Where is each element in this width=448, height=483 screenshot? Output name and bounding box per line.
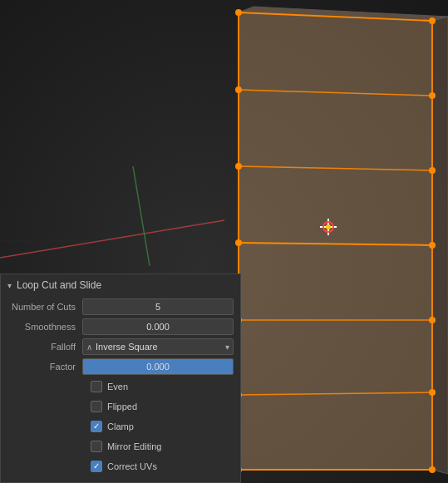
viewport: ▾ Loop Cut and Slide Number of Cuts 5 Sm… xyxy=(0,0,448,483)
smoothness-row: Smoothness 0.000 xyxy=(7,318,234,336)
flipped-checkbox[interactable] xyxy=(91,401,102,412)
correct-uvs-checkbox[interactable]: ✓ xyxy=(91,461,102,472)
clamp-checkbox[interactable]: ✓ xyxy=(91,421,102,432)
number-of-cuts-row: Number of Cuts 5 xyxy=(7,298,234,316)
mirror-editing-label: Mirror Editing xyxy=(107,441,161,451)
falloff-label: Falloff xyxy=(7,342,82,352)
even-checkbox-row: Even xyxy=(7,377,234,396)
loop-cut-panel: ▾ Loop Cut and Slide Number of Cuts 5 Sm… xyxy=(0,274,241,483)
svg-point-30 xyxy=(429,466,436,473)
panel-body: Number of Cuts 5 Smoothness 0.000 Fallof… xyxy=(7,298,234,476)
clamp-label: Clamp xyxy=(107,421,134,431)
dropdown-arrow-icon: ▾ xyxy=(225,343,229,352)
falloff-value: Inverse Square xyxy=(96,342,158,352)
flipped-checkbox-row: Flipped xyxy=(7,397,234,416)
smoothness-label: Smoothness xyxy=(7,322,82,332)
correct-uvs-label: Correct UVs xyxy=(107,461,157,471)
3d-cursor xyxy=(320,219,337,235)
falloff-type-icon: ∧ xyxy=(86,343,92,352)
mirror-editing-checkbox-row: Mirror Editing xyxy=(7,437,234,456)
svg-point-19 xyxy=(235,163,242,170)
flipped-label: Flipped xyxy=(107,402,137,412)
svg-point-17 xyxy=(235,9,242,16)
svg-point-20 xyxy=(235,239,242,246)
svg-point-29 xyxy=(429,389,436,396)
panel-title: Loop Cut and Slide xyxy=(17,279,101,291)
svg-marker-5 xyxy=(239,12,432,470)
mirror-editing-checkbox[interactable] xyxy=(91,441,102,452)
factor-input[interactable]: 0.000 xyxy=(82,358,234,375)
svg-point-26 xyxy=(429,167,436,174)
svg-point-18 xyxy=(235,86,242,93)
svg-point-25 xyxy=(429,92,436,99)
falloff-dropdown[interactable]: ∧ Inverse Square ▾ xyxy=(82,338,234,355)
correct-uvs-check-icon: ✓ xyxy=(93,462,100,471)
panel-header[interactable]: ▾ Loop Cut and Slide xyxy=(7,279,234,291)
correct-uvs-checkbox-row: ✓ Correct UVs xyxy=(7,457,234,476)
falloff-row: Falloff ∧ Inverse Square ▾ xyxy=(7,338,234,356)
smoothness-input[interactable]: 0.000 xyxy=(82,318,234,335)
svg-point-28 xyxy=(429,317,436,323)
number-of-cuts-input[interactable]: 5 xyxy=(82,298,234,315)
even-checkbox[interactable] xyxy=(91,381,102,392)
factor-row: Factor 0.000 xyxy=(7,357,234,376)
number-of-cuts-label: Number of Cuts xyxy=(7,302,82,312)
collapse-icon[interactable]: ▾ xyxy=(7,281,12,290)
clamp-checkbox-row: ✓ Clamp xyxy=(7,417,234,436)
factor-label: Factor xyxy=(7,362,82,372)
svg-point-27 xyxy=(429,242,436,249)
svg-point-24 xyxy=(429,17,436,24)
clamp-check-icon: ✓ xyxy=(93,422,100,431)
even-label: Even xyxy=(107,382,128,392)
